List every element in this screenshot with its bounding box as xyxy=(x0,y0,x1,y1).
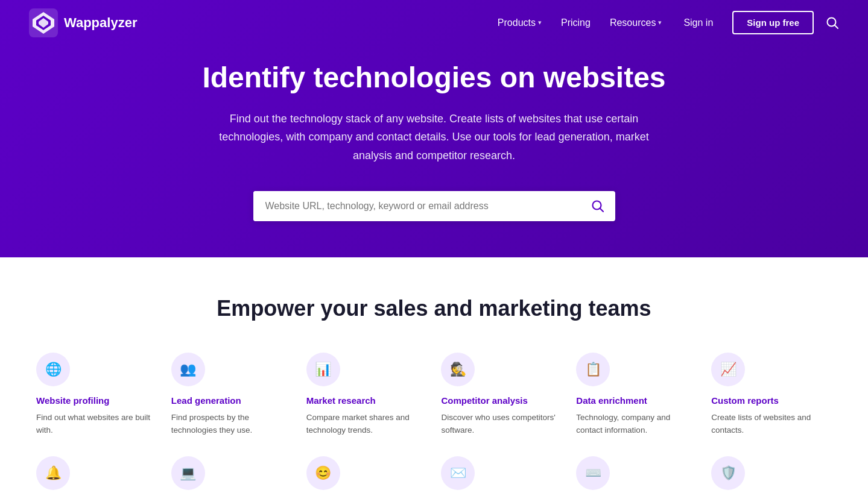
feature-item-market-research[interactable]: 📊 Market research Compare market shares … xyxy=(306,353,427,436)
signup-button[interactable]: Sign up free xyxy=(732,11,814,34)
feature-name-2: Market research xyxy=(306,395,376,407)
signin-button[interactable]: Sign in xyxy=(674,13,723,33)
logo-icon xyxy=(29,8,58,37)
feature-item-website-monitoring[interactable]: 🔔 Website monitoring Monitor website tec… xyxy=(36,456,157,493)
logo-link[interactable]: Wappalyzer xyxy=(29,8,137,37)
hero-subtitle: Find out the technology stack of any web… xyxy=(211,110,657,165)
feature-name-1: Lead generation xyxy=(171,395,241,407)
products-chevron-icon: ▾ xyxy=(538,19,542,27)
feature-icon-9: ✉️ xyxy=(441,456,475,490)
feature-item-crm-integration[interactable]: 😊 CRM integration See the technologies o… xyxy=(306,456,427,493)
svg-line-5 xyxy=(835,25,838,28)
feature-item-lead-generation[interactable]: 👥 Lead generation Find prospects by the … xyxy=(171,353,292,436)
feature-item-data-enrichment[interactable]: 📋 Data enrichment Technology, company an… xyxy=(576,353,697,436)
nav-resources[interactable]: Resources ▾ xyxy=(603,13,669,33)
feature-icon-1: 👥 xyxy=(171,353,205,386)
feature-icon-7: 💻 xyxy=(171,456,205,490)
feature-name-4: Data enrichment xyxy=(576,395,647,407)
features-section: Empower your sales and marketing teams 🌐… xyxy=(0,257,868,493)
feature-desc-4: Technology, company and contact informat… xyxy=(576,412,697,437)
feature-icon-2: 📊 xyxy=(306,353,340,386)
feature-icon-3: 🕵️ xyxy=(441,353,475,386)
feature-desc-0: Find out what websites are built with. xyxy=(36,412,157,437)
features-title: Empower your sales and marketing teams xyxy=(36,296,832,321)
feature-icon-6: 🔔 xyxy=(36,456,70,490)
features-grid: 🌐 Website profiling Find out what websit… xyxy=(36,353,832,493)
feature-item-browser-extension[interactable]: 💻 Browser extension See the technologies… xyxy=(171,456,292,493)
feature-icon-11: 🛡️ xyxy=(711,456,745,490)
main-nav: Products ▾ Pricing Resources ▾ Sign in S… xyxy=(490,11,839,34)
search-submit-icon xyxy=(591,199,604,213)
feature-name-0: Website profiling xyxy=(36,395,109,407)
feature-item-email-verification[interactable]: ✉️ Email verification Improve delivery a… xyxy=(441,456,562,493)
feature-desc-5: Create lists of websites and contacts. xyxy=(711,412,832,437)
hero-title: Identify technologies on websites xyxy=(202,60,665,95)
feature-item-custom-reports[interactable]: 📈 Custom reports Create lists of website… xyxy=(711,353,832,436)
feature-item-security-recon[interactable]: 🛡️ Security recon Reveal web technologie… xyxy=(711,456,832,493)
feature-icon-10: ⌨️ xyxy=(576,456,610,490)
feature-name-3: Competitor analysis xyxy=(441,395,527,407)
search-bar xyxy=(253,191,615,221)
feature-item-api-access[interactable]: ⌨️ API access Instant and real-time tech… xyxy=(576,456,697,493)
feature-desc-1: Find prospects by the technologies they … xyxy=(171,412,292,437)
svg-line-7 xyxy=(600,209,603,212)
feature-item-competitor-analysis[interactable]: 🕵️ Competitor analysis Discover who uses… xyxy=(441,353,562,436)
feature-name-5: Custom reports xyxy=(711,395,779,407)
search-icon[interactable] xyxy=(826,16,839,30)
resources-chevron-icon: ▾ xyxy=(658,19,662,27)
feature-desc-2: Compare market shares and technology tre… xyxy=(306,412,427,437)
nav-products[interactable]: Products ▾ xyxy=(490,13,549,33)
brand-name: Wappalyzer xyxy=(64,15,137,31)
feature-icon-4: 📋 xyxy=(576,353,610,386)
feature-desc-3: Discover who uses competitors' software. xyxy=(441,412,562,437)
feature-icon-5: 📈 xyxy=(711,353,745,386)
nav-pricing[interactable]: Pricing xyxy=(554,13,598,33)
feature-icon-0: 🌐 xyxy=(36,353,70,386)
feature-item-website-profiling[interactable]: 🌐 Website profiling Find out what websit… xyxy=(36,353,157,436)
search-input[interactable] xyxy=(253,191,580,221)
search-submit-button[interactable] xyxy=(580,191,615,221)
feature-icon-8: 😊 xyxy=(306,456,340,490)
